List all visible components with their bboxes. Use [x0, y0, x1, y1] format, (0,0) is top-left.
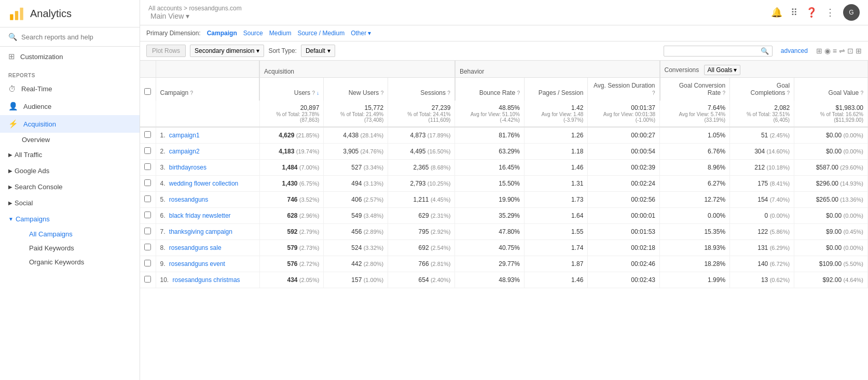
pie-view-icon[interactable]: ◉ [824, 47, 831, 55]
row-checkbox-cell[interactable] [140, 256, 156, 272]
sidebar-item-search-console[interactable]: ▶ Search Console [0, 179, 140, 195]
sort-default-button[interactable]: Default ▾ [301, 45, 335, 57]
sidebar-item-realtime[interactable]: ⏱ Real-Time [0, 80, 140, 97]
sidebar-item-campaigns[interactable]: ▼ Campaigns [0, 211, 140, 227]
row-checkbox-cell[interactable] [140, 127, 156, 144]
search-bar[interactable]: 🔍 [0, 27, 140, 47]
sidebar-item-social[interactable]: ▶ Social [0, 195, 140, 211]
row-campaign-link[interactable]: campaign1 [169, 132, 200, 139]
col-checkbox[interactable] [140, 78, 156, 101]
col-avg-session[interactable]: Avg. Session Duration ? [588, 78, 660, 101]
row-goal-conv-rate: 0.00% [660, 208, 730, 224]
sidebar-item-google-ads[interactable]: ▶ Google Ads [0, 163, 140, 179]
bell-icon[interactable]: 🔔 [771, 7, 782, 18]
row-checkbox[interactable] [144, 147, 151, 154]
col-goal-conv-rate[interactable]: Goal Conversion Rate ? [660, 78, 730, 101]
table-search-box[interactable]: 🔍 [664, 46, 773, 57]
col-new-users[interactable]: New Users ? [324, 78, 388, 101]
row-new-users: 157 (1.00%) [324, 272, 388, 288]
totals-sessions: 27,239 % of Total: 24.41% (111,609) [388, 101, 455, 127]
row-campaign-link[interactable]: wedding flower collection [169, 180, 238, 187]
totals-new-users: 15,772 % of Total: 21.49% (73,408) [324, 101, 388, 127]
grid-view-icon[interactable]: ⊞ [816, 47, 822, 55]
row-campaign-link[interactable]: thanksgiving campaign [169, 228, 232, 235]
pivot-view-icon[interactable]: ⊡ [847, 47, 853, 55]
sidebar-item-overview[interactable]: Overview [0, 133, 140, 147]
row-checkbox-cell[interactable] [140, 160, 156, 176]
compare-view-icon[interactable]: ⇌ [839, 47, 845, 55]
bounce-help-icon[interactable]: ? [517, 90, 520, 96]
sidebar-item-audience[interactable]: 👤 Audience [0, 97, 140, 115]
select-all-checkbox[interactable] [144, 88, 151, 95]
sessions-help-icon[interactable]: ? [447, 90, 450, 96]
col-users[interactable]: Users ? ↓ [259, 78, 324, 101]
dim-campaign[interactable]: Campaign [207, 30, 237, 37]
row-campaign-link[interactable]: black friday newsletter [169, 212, 231, 219]
users-help-icon[interactable]: ? [312, 90, 315, 96]
secondary-dimension-button[interactable]: Secondary dimension ▾ [190, 45, 264, 57]
row-checkbox[interactable] [144, 212, 151, 218]
row-checkbox[interactable] [144, 131, 151, 138]
acquisition-label: Acquisition [23, 120, 56, 128]
row-checkbox[interactable] [144, 228, 151, 234]
row-campaign-link[interactable]: rosesandguns [169, 196, 208, 203]
goal-conv-help-icon[interactable]: ? [723, 90, 726, 96]
dim-medium[interactable]: Medium [269, 30, 292, 37]
row-campaign-link[interactable]: rosesandguns sale [169, 244, 222, 251]
row-checkbox[interactable] [144, 163, 151, 170]
row-checkbox-cell[interactable] [140, 144, 156, 160]
row-checkbox[interactable] [144, 179, 151, 186]
sidebar-item-acquisition[interactable]: ⚡ Acquisition [0, 115, 140, 133]
col-goal-value[interactable]: Goal Value ? [794, 78, 868, 101]
row-num: 5. [160, 196, 166, 203]
row-campaign-link[interactable]: birthdayroses [169, 164, 206, 171]
row-checkbox-cell[interactable] [140, 272, 156, 288]
avatar[interactable]: G [843, 4, 860, 21]
goal-comp-help-icon[interactable]: ? [787, 90, 790, 96]
col-bounce-rate[interactable]: Bounce Rate ? [455, 78, 525, 101]
goal-value-help-icon[interactable]: ? [860, 90, 863, 96]
row-bounce-rate: 16.45% [455, 160, 525, 176]
table-search-input[interactable] [667, 47, 761, 54]
row-num: 2. [160, 148, 166, 155]
customization-item[interactable]: ⊞ Customization [0, 47, 140, 66]
users-sort-icon[interactable]: ↓ [316, 90, 319, 96]
all-goals-button[interactable]: All Goals ▾ [704, 65, 740, 75]
row-checkbox[interactable] [144, 260, 151, 266]
avg-session-help-icon[interactable]: ? [652, 90, 655, 96]
search-input[interactable] [21, 33, 131, 41]
campaign-help-icon[interactable]: ? [190, 90, 194, 96]
dropdown-arrow[interactable]: ▾ [186, 12, 189, 20]
bar-view-icon[interactable]: ≡ [833, 47, 837, 55]
row-checkbox-cell[interactable] [140, 224, 156, 240]
dim-source[interactable]: Source [243, 30, 263, 37]
row-checkbox-cell[interactable] [140, 192, 156, 208]
row-campaign-link[interactable]: rosesandguns event [169, 260, 225, 268]
row-checkbox-cell[interactable] [140, 208, 156, 224]
sidebar-item-organic-keywords[interactable]: Organic Keywords [0, 255, 140, 269]
grid-icon[interactable]: ⠿ [791, 7, 797, 18]
col-goal-completions[interactable]: GoalCompletions ? [730, 78, 794, 101]
row-checkbox[interactable] [144, 276, 151, 283]
row-campaign-link[interactable]: campaign2 [169, 148, 200, 155]
row-checkbox[interactable] [144, 244, 151, 250]
sidebar-item-all-traffic[interactable]: ▶ All Traffic [0, 147, 140, 163]
new-users-help-icon[interactable]: ? [381, 90, 384, 96]
row-checkbox-cell[interactable] [140, 176, 156, 192]
sidebar-item-paid-keywords[interactable]: Paid Keywords [0, 241, 140, 255]
search-submit-icon[interactable]: 🔍 [761, 47, 769, 55]
more-vert-icon[interactable]: ⋮ [825, 7, 835, 18]
col-sessions[interactable]: Sessions ? [388, 78, 455, 101]
dim-source-medium[interactable]: Source / Medium [297, 30, 345, 37]
row-checkbox-cell[interactable] [140, 240, 156, 256]
row-users: 592 (2.79%) [259, 224, 324, 240]
sidebar-item-all-campaigns[interactable]: All Campaigns [0, 227, 140, 241]
custom-view-icon[interactable]: ⊞ [856, 47, 862, 55]
svg-rect-0 [10, 15, 13, 20]
dim-other[interactable]: Other ▾ [351, 30, 371, 37]
row-checkbox[interactable] [144, 195, 151, 202]
col-pages-session[interactable]: Pages / Session [524, 78, 587, 101]
row-campaign-link[interactable]: rosesandguns christmas [173, 276, 240, 284]
help-icon[interactable]: ❓ [806, 7, 817, 18]
advanced-link[interactable]: advanced [781, 47, 808, 54]
